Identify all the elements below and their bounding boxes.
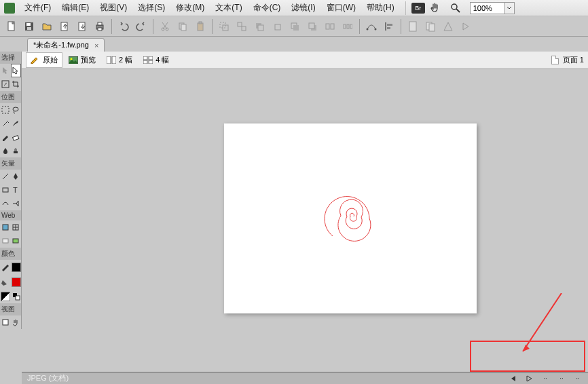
cut-button[interactable] — [157, 18, 173, 35]
swap-colors[interactable] — [0, 290, 11, 303]
menu-select[interactable]: 选择(S) — [132, 0, 170, 16]
document-tab[interactable]: *未命名-1.fw.png × — [27, 38, 105, 52]
tool-pencil[interactable] — [0, 130, 11, 144]
warning-icon[interactable] — [440, 18, 456, 35]
send-backward-button[interactable] — [287, 18, 303, 35]
zoom-dropdown-icon[interactable] — [505, 2, 515, 14]
canvas[interactable] — [22, 69, 588, 372]
tool-hotspot[interactable] — [0, 220, 11, 234]
tool-rubber-stamp[interactable] — [11, 144, 22, 157]
tool-hide-slices[interactable] — [0, 234, 11, 248]
copy-button[interactable] — [174, 18, 191, 35]
menu-view[interactable]: 视图(V) — [94, 0, 132, 16]
tool-text[interactable]: T — [11, 183, 22, 197]
pages-button[interactable] — [422, 18, 439, 35]
send-back-button[interactable] — [304, 18, 320, 35]
tool-slice[interactable] — [11, 220, 22, 234]
tool-pointer[interactable] — [0, 64, 11, 77]
hand-tool-icon[interactable] — [429, 2, 441, 14]
tool-standard-screen[interactable] — [0, 315, 11, 329]
bring-forward-button[interactable] — [269, 18, 285, 35]
tool-eraser[interactable] — [11, 130, 22, 144]
svg-rect-32 — [350, 24, 352, 28]
align-button[interactable] — [322, 18, 338, 35]
open-button[interactable] — [39, 18, 55, 35]
tool-rectangle[interactable] — [0, 183, 11, 197]
group-button[interactable] — [216, 18, 232, 35]
toolbox-section-bitmap: 位图 — [0, 91, 21, 103]
play-button[interactable] — [524, 374, 534, 383]
svg-rect-36 — [387, 24, 392, 26]
tool-show-slices[interactable] — [11, 234, 22, 248]
undo-button[interactable] — [115, 18, 132, 35]
ungroup-button[interactable] — [234, 18, 250, 35]
view-tab-4up[interactable]: 4 幅 — [139, 52, 174, 68]
zoom-select[interactable]: 100% — [470, 2, 515, 14]
menu-file[interactable]: 文件(F) — [19, 0, 56, 16]
toolbox-section-vector: 矢量 — [0, 157, 21, 170]
menu-text[interactable]: 文本(T) — [210, 0, 247, 16]
svg-rect-25 — [293, 25, 299, 31]
default-colors[interactable] — [11, 290, 21, 303]
tool-crop[interactable] — [11, 77, 22, 91]
path-button[interactable] — [363, 18, 380, 35]
page-indicator[interactable]: 页面 1 — [551, 55, 584, 65]
toolbar-separator — [153, 19, 153, 34]
tool-scale[interactable] — [0, 77, 11, 91]
stroke-color[interactable] — [0, 260, 22, 275]
view-tab-label: 预览 — [81, 55, 96, 65]
svg-line-66 — [523, 293, 562, 351]
toolbox-section-view: 视图 — [0, 303, 21, 315]
first-frame-button[interactable] — [508, 374, 517, 383]
tool-brush[interactable] — [11, 117, 22, 130]
menu-window[interactable]: 窗口(W) — [321, 0, 361, 16]
view-tab-preview[interactable]: 预览 — [64, 52, 100, 68]
play-tool-icon[interactable] — [458, 18, 474, 35]
tool-magic-wand[interactable] — [0, 117, 11, 130]
bring-front-button[interactable] — [251, 18, 268, 35]
export-button[interactable] — [74, 18, 90, 35]
zoom-value[interactable]: 100% — [470, 2, 505, 14]
artboard[interactable] — [224, 123, 477, 313]
menu-help[interactable]: 帮助(H) — [361, 0, 400, 16]
menu-commands[interactable]: 命令(C) — [248, 0, 287, 16]
svg-rect-6 — [61, 22, 67, 31]
tool-freeform[interactable] — [0, 197, 11, 210]
svg-rect-19 — [238, 22, 242, 26]
tool-blur[interactable] — [0, 144, 11, 157]
svg-rect-7 — [79, 22, 85, 31]
svg-rect-62 — [13, 239, 18, 243]
tool-lasso[interactable] — [11, 103, 22, 117]
import-button[interactable] — [56, 18, 73, 35]
menu-edit[interactable]: 编辑(E) — [56, 0, 94, 16]
svg-rect-16 — [199, 22, 202, 24]
save-button[interactable] — [21, 18, 37, 35]
paste-button[interactable] — [192, 18, 208, 35]
align-left-button[interactable] — [381, 18, 397, 35]
view-tab-2up[interactable]: 2 幅 — [102, 52, 137, 68]
menu-filters[interactable]: 滤镜(I) — [286, 0, 320, 16]
print-button[interactable] — [92, 18, 108, 35]
tool-hand[interactable] — [11, 315, 22, 329]
next-frame-button[interactable]: ·· — [540, 374, 550, 383]
view-tab-original[interactable]: 原始 — [26, 52, 62, 68]
page-button[interactable] — [405, 18, 421, 35]
zoom-tool-icon[interactable] — [449, 2, 462, 14]
tool-subselect[interactable] — [11, 64, 22, 77]
svg-rect-20 — [242, 26, 246, 31]
tab-close-icon[interactable]: × — [94, 41, 98, 50]
redo-button[interactable] — [133, 18, 149, 35]
tool-pen[interactable] — [11, 170, 22, 183]
prev-frame-button[interactable]: ·· — [557, 374, 566, 383]
distribute-button[interactable] — [339, 18, 356, 35]
fill-color[interactable] — [0, 275, 22, 290]
last-frame-button[interactable]: ·· — [573, 374, 583, 383]
spiral-shape[interactable] — [320, 191, 382, 246]
bridge-icon[interactable]: Br — [411, 3, 425, 14]
new-file-button[interactable] — [3, 18, 20, 35]
tool-marquee[interactable] — [0, 103, 11, 117]
tool-line[interactable] — [0, 170, 11, 183]
menu-modify[interactable]: 修改(M) — [170, 0, 210, 16]
tool-knife[interactable] — [11, 197, 22, 210]
svg-rect-31 — [347, 24, 349, 28]
